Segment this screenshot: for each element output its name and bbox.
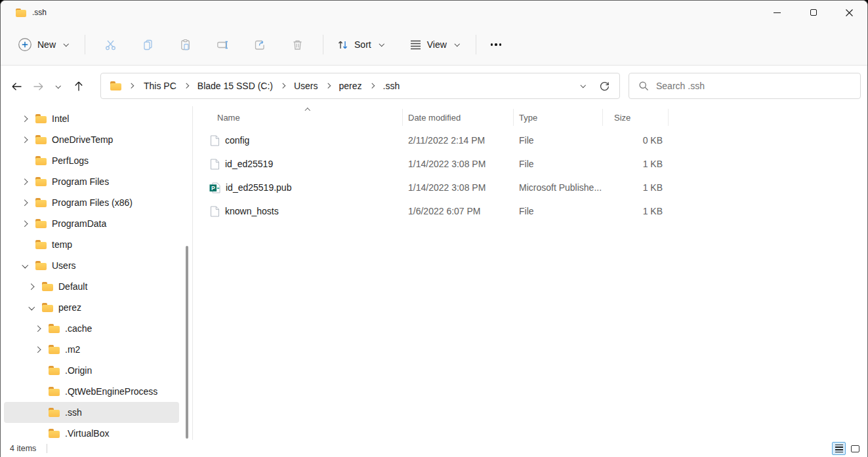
file-name: config xyxy=(225,135,249,146)
sidebar-item-temp[interactable]: temp xyxy=(4,234,179,255)
chevron-placeholder xyxy=(20,155,30,166)
recent-locations-button[interactable] xyxy=(49,75,68,98)
breadcrumb-item-users[interactable]: Users xyxy=(289,78,323,94)
sidebar-item-program-files[interactable]: Program Files xyxy=(4,171,179,192)
chevron-right-icon[interactable] xyxy=(278,81,289,91)
new-button[interactable]: New xyxy=(11,31,78,58)
large-icons-view-button[interactable] xyxy=(848,442,862,455)
paste-button[interactable] xyxy=(173,31,199,58)
sidebar-item-label: .VirtualBox xyxy=(65,428,109,439)
sidebar-item-origin[interactable]: .Origin xyxy=(4,360,179,381)
chevron-right-icon[interactable] xyxy=(182,81,192,91)
view-button[interactable]: View xyxy=(403,31,469,58)
folder-icon xyxy=(35,135,47,144)
chevron-down-icon[interactable] xyxy=(20,260,30,271)
file-name: id_ed25519 xyxy=(225,159,273,169)
address-dropdown-icon[interactable] xyxy=(578,81,589,91)
sort-button[interactable]: Sort xyxy=(330,31,394,58)
file-date-modified: 2/11/2022 2:14 PM xyxy=(403,135,514,146)
sidebar-item-users[interactable]: Users xyxy=(4,255,179,276)
chevron-right-icon[interactable] xyxy=(127,81,137,91)
sidebar-item-label: ProgramData xyxy=(52,218,106,229)
sidebar-item-perflogs[interactable]: PerfLogs xyxy=(4,150,179,171)
breadcrumb-item-perez[interactable]: perez xyxy=(334,78,367,94)
sidebar-item-default[interactable]: Default xyxy=(4,276,179,297)
delete-button[interactable] xyxy=(285,31,311,58)
sidebar-item-onedrivetemp[interactable]: OneDriveTemp xyxy=(4,129,179,150)
file-date-modified: 1/6/2022 6:07 PM xyxy=(403,206,514,216)
sort-ascending-icon[interactable] xyxy=(302,106,313,115)
breadcrumb-item-this-pc[interactable]: This PC xyxy=(138,78,182,94)
copy-button[interactable] xyxy=(135,31,161,58)
file-name-cell: id_ed25519 xyxy=(193,159,403,170)
sidebar-item-cache[interactable]: .cache xyxy=(4,318,179,339)
sidebar-item-qtwebengineprocess[interactable]: .QtWebEngineProcess xyxy=(4,381,179,402)
sidebar-scrollbar[interactable] xyxy=(186,246,188,439)
file-row-id-ed25519-pub[interactable]: Pid_ed25519.pub1/14/2022 3:08 PMMicrosof… xyxy=(193,176,867,199)
column-header-name[interactable]: Name xyxy=(193,109,403,126)
back-button[interactable] xyxy=(6,75,28,98)
file-row-id-ed25519[interactable]: id_ed255191/14/2022 3:08 PMFile1 KB xyxy=(193,152,867,176)
column-header-date-modified[interactable]: Date modified xyxy=(403,109,514,126)
folder-icon xyxy=(42,303,53,312)
column-header-size[interactable]: Size xyxy=(603,109,669,126)
sidebar-item-label: .Origin xyxy=(65,365,92,376)
chevron-right-icon[interactable] xyxy=(20,197,30,208)
maximize-button[interactable] xyxy=(795,1,831,24)
chevron-right-icon[interactable] xyxy=(33,323,43,334)
publisher-file-icon: P xyxy=(209,182,220,193)
maximize-icon xyxy=(810,9,817,16)
search-input[interactable] xyxy=(656,81,820,91)
chevron-down-icon[interactable] xyxy=(26,302,37,313)
chevron-right-icon[interactable] xyxy=(33,344,43,355)
close-button[interactable] xyxy=(831,1,867,24)
address-bar[interactable]: This PCBlade 15 SSD (C:)Usersperez.ssh xyxy=(100,73,620,99)
file-type: File xyxy=(514,159,603,169)
sidebar-item-label: .ssh xyxy=(65,407,82,418)
file-name-cell: config xyxy=(193,135,403,146)
sidebar-item-perez[interactable]: perez xyxy=(4,297,179,318)
sidebar-item-intel[interactable]: Intel xyxy=(4,108,179,129)
sidebar-item-ssh[interactable]: .ssh xyxy=(4,402,179,423)
forward-button[interactable] xyxy=(28,75,49,98)
file-row-config[interactable]: config2/11/2022 2:14 PMFile0 KB xyxy=(193,129,867,152)
sidebar-item-program-files-x86[interactable]: Program Files (x86) xyxy=(4,192,179,213)
sidebar-tree: IntelOneDriveTempPerfLogsProgram FilesPr… xyxy=(1,106,192,440)
breadcrumb-item-blade-15-ssd-c[interactable]: Blade 15 SSD (C:) xyxy=(192,78,278,94)
sidebar-item-virtualbox[interactable]: .VirtualBox xyxy=(4,423,179,440)
chevron-right-icon[interactable] xyxy=(367,81,378,91)
cut-button[interactable] xyxy=(98,31,124,58)
chevron-right-icon[interactable] xyxy=(26,281,37,292)
toolbar-separator xyxy=(476,35,476,54)
more-icon xyxy=(483,43,510,45)
sidebar-item-m2[interactable]: .m2 xyxy=(4,339,179,360)
status-separator xyxy=(47,444,47,453)
file-icon xyxy=(209,135,220,146)
up-icon xyxy=(73,81,84,92)
folder-icon xyxy=(35,219,47,228)
chevron-right-icon[interactable] xyxy=(20,218,30,229)
chevron-right-icon[interactable] xyxy=(323,81,334,91)
refresh-icon[interactable] xyxy=(599,81,610,92)
chevron-right-icon[interactable] xyxy=(20,134,30,145)
chevron-placeholder xyxy=(33,365,43,376)
folder-icon xyxy=(35,156,47,165)
file-type: File xyxy=(514,135,603,146)
chevron-right-icon[interactable] xyxy=(20,176,30,187)
file-row-known-hosts[interactable]: known_hosts1/6/2022 6:07 PMFile1 KB xyxy=(193,199,867,223)
details-view-button[interactable] xyxy=(832,442,846,455)
rename-button[interactable] xyxy=(210,31,236,58)
more-options-button[interactable] xyxy=(483,31,510,58)
share-button[interactable] xyxy=(247,31,274,58)
sidebar-item-programdata[interactable]: ProgramData xyxy=(4,213,179,234)
up-button[interactable] xyxy=(68,75,89,98)
sidebar-item-label: Program Files xyxy=(52,176,109,187)
column-header-type[interactable]: Type xyxy=(514,109,603,126)
chevron-right-icon[interactable] xyxy=(20,113,30,124)
file-size: 1 KB xyxy=(603,182,669,193)
minimize-button[interactable] xyxy=(759,1,795,24)
navigation-buttons xyxy=(1,75,89,98)
address-row: This PCBlade 15 SSD (C:)Usersperez.ssh xyxy=(1,66,867,106)
minimize-icon xyxy=(774,12,781,13)
breadcrumb-item-ssh[interactable]: .ssh xyxy=(378,78,405,94)
